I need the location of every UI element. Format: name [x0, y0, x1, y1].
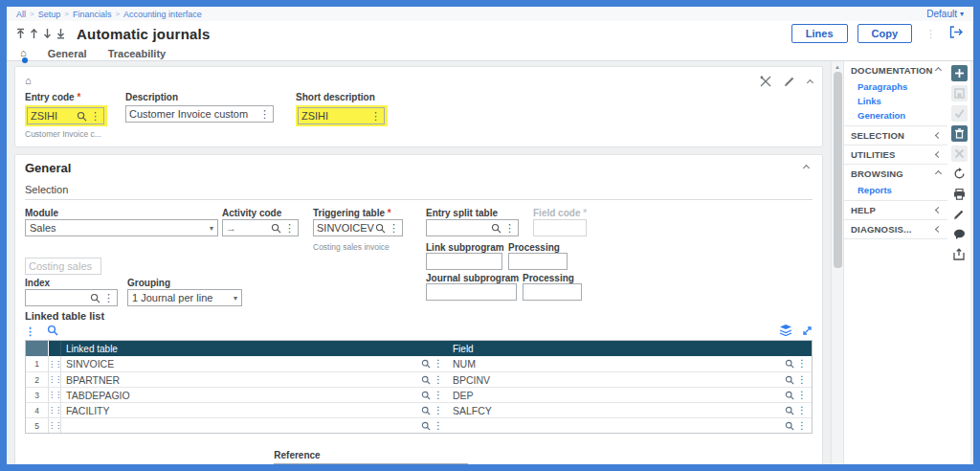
- row-drag-handle[interactable]: ⋮⋮: [49, 388, 61, 402]
- module-select[interactable]: Sales ▾: [25, 219, 218, 236]
- field-menu-icon[interactable]: ⋮: [386, 223, 399, 234]
- link-generation[interactable]: Generation: [844, 108, 947, 123]
- cell-menu-icon[interactable]: ⋮: [794, 406, 807, 415]
- tab-traceability[interactable]: Traceability: [108, 48, 167, 59]
- field-menu-icon[interactable]: ⋮: [256, 109, 270, 120]
- field-cell[interactable]: ⋮: [448, 418, 812, 433]
- field-cell[interactable]: DEP⋮: [448, 388, 812, 402]
- entry-split-table-input[interactable]: ⋮: [426, 219, 519, 236]
- link-links[interactable]: Links: [844, 94, 947, 108]
- section-browsing-header[interactable]: BROWSING: [844, 165, 947, 183]
- description-input[interactable]: Customer Invoice custom ⋮: [125, 105, 274, 123]
- entry-code-input[interactable]: ZSIHI ⋮: [27, 107, 104, 124]
- customize-icon[interactable]: [760, 74, 771, 91]
- search-icon[interactable]: [421, 359, 431, 369]
- link-paragraphs[interactable]: Paragraphs: [844, 79, 947, 94]
- reference-select[interactable]: ▾: [274, 463, 468, 471]
- cell-menu-icon[interactable]: ⋮: [794, 421, 807, 431]
- breadcrumb-item-all[interactable]: All: [16, 10, 26, 19]
- journal-subprogram-input[interactable]: [426, 283, 517, 301]
- section-help-header[interactable]: HELP: [844, 201, 947, 219]
- search-icon[interactable]: [421, 406, 431, 415]
- print-icon[interactable]: [951, 186, 968, 202]
- grouping-select[interactable]: 1 Journal per line ▾: [127, 289, 242, 306]
- checkbox-icon[interactable]: [163, 465, 174, 471]
- scrollbar-thumb[interactable]: [834, 72, 842, 268]
- layers-icon[interactable]: [779, 323, 792, 340]
- first-record-icon[interactable]: [16, 28, 25, 39]
- cell-menu-icon[interactable]: ⋮: [431, 375, 443, 385]
- linked-table-cell[interactable]: BPARTNER⋮: [61, 372, 448, 387]
- cell-menu-icon[interactable]: ⋮: [794, 359, 807, 369]
- cell-menu-icon[interactable]: ⋮: [794, 391, 807, 400]
- field-cell[interactable]: SALFCY⋮: [448, 403, 812, 417]
- field-cell[interactable]: NUM⋮: [448, 356, 812, 371]
- index-input[interactable]: ⋮: [25, 289, 118, 306]
- next-record-icon[interactable]: [43, 28, 52, 39]
- refresh-icon[interactable]: [951, 166, 968, 182]
- field-menu-icon[interactable]: ⋮: [281, 223, 295, 234]
- row-drag-handle[interactable]: ⋮⋮: [49, 403, 61, 417]
- row-drag-handle[interactable]: ⋮⋮: [49, 418, 61, 433]
- column-header-field[interactable]: Field: [448, 341, 812, 356]
- search-icon[interactable]: [785, 375, 794, 385]
- edit-pencil-icon[interactable]: [784, 74, 795, 91]
- activity-code-input[interactable]: → ⋮: [222, 219, 299, 236]
- field-menu-icon[interactable]: ⋮: [368, 111, 381, 122]
- search-icon[interactable]: [785, 359, 794, 369]
- breadcrumb-item-setup[interactable]: Setup: [38, 10, 61, 19]
- section-diagnosis-header[interactable]: DIAGNOSIS...: [844, 220, 947, 238]
- cell-menu-icon[interactable]: ⋮: [431, 421, 443, 431]
- first-date-checkbox[interactable]: First date: [163, 465, 229, 471]
- linked-table-cell[interactable]: TABDEPAGIO⋮: [61, 388, 448, 402]
- section-utilities-header[interactable]: UTILITIES: [844, 146, 947, 164]
- search-icon[interactable]: [785, 406, 794, 415]
- search-icon[interactable]: [375, 223, 386, 234]
- search-icon[interactable]: [785, 391, 794, 400]
- expand-table-icon[interactable]: [802, 323, 813, 340]
- last-record-icon[interactable]: [56, 28, 65, 39]
- linked-table-cell[interactable]: FACILITY⋮: [61, 403, 448, 417]
- cell-menu-icon[interactable]: ⋮: [431, 406, 443, 415]
- row-drag-handle[interactable]: ⋮⋮: [49, 356, 61, 371]
- search-icon[interactable]: [785, 421, 794, 431]
- previous-record-icon[interactable]: [30, 28, 38, 39]
- comment-bubble-icon[interactable]: [951, 226, 968, 242]
- table-menu-icon[interactable]: ⋮: [25, 325, 35, 338]
- search-icon[interactable]: [90, 293, 100, 303]
- link-reports[interactable]: Reports: [844, 183, 947, 197]
- search-icon[interactable]: [491, 223, 501, 234]
- search-icon[interactable]: [421, 375, 431, 385]
- field-menu-icon[interactable]: ⋮: [87, 111, 100, 122]
- triggering-table-input[interactable]: SINVOICEV ⋮: [313, 219, 403, 236]
- collapse-card-icon[interactable]: [807, 78, 813, 85]
- lines-button[interactable]: Lines: [791, 24, 848, 43]
- home-anchor-icon[interactable]: ⌂: [25, 75, 32, 86]
- column-header-linked-table[interactable]: Linked table: [61, 341, 448, 356]
- search-icon[interactable]: [271, 223, 281, 234]
- exit-icon[interactable]: [949, 25, 964, 42]
- negative-amounts-checkbox[interactable]: Negative amounts: [25, 465, 134, 471]
- share-export-icon[interactable]: [951, 246, 968, 262]
- section-documentation-header[interactable]: DOCUMENTATION: [844, 61, 947, 79]
- field-menu-icon[interactable]: ⋮: [501, 223, 515, 234]
- checkbox-icon[interactable]: [25, 465, 36, 471]
- short-description-input[interactable]: ZSIHI ⋮: [298, 107, 385, 124]
- linked-table-cell[interactable]: SINVOICE⋮: [61, 356, 448, 371]
- breadcrumb-item-financials[interactable]: Financials: [73, 10, 112, 19]
- link-subprogram-input[interactable]: [426, 253, 502, 270]
- tab-general[interactable]: General: [48, 48, 87, 59]
- cell-menu-icon[interactable]: ⋮: [431, 391, 443, 400]
- collapse-section-icon[interactable]: [803, 165, 810, 171]
- journal-processing-input[interactable]: [523, 283, 582, 301]
- copy-button[interactable]: Copy: [858, 24, 913, 43]
- profile-dropdown[interactable]: Default ▾: [926, 9, 964, 19]
- new-record-icon[interactable]: [951, 65, 968, 81]
- field-menu-icon[interactable]: ⋮: [100, 293, 114, 303]
- vertical-scrollbar[interactable]: ▲: [831, 61, 843, 471]
- scroll-up-icon[interactable]: ▲: [835, 61, 840, 72]
- attachment-pencil-icon[interactable]: [951, 206, 968, 222]
- delete-trash-icon[interactable]: [951, 125, 968, 142]
- field-cell[interactable]: BPCINV⋮: [448, 372, 812, 387]
- link-processing-input[interactable]: [508, 253, 568, 270]
